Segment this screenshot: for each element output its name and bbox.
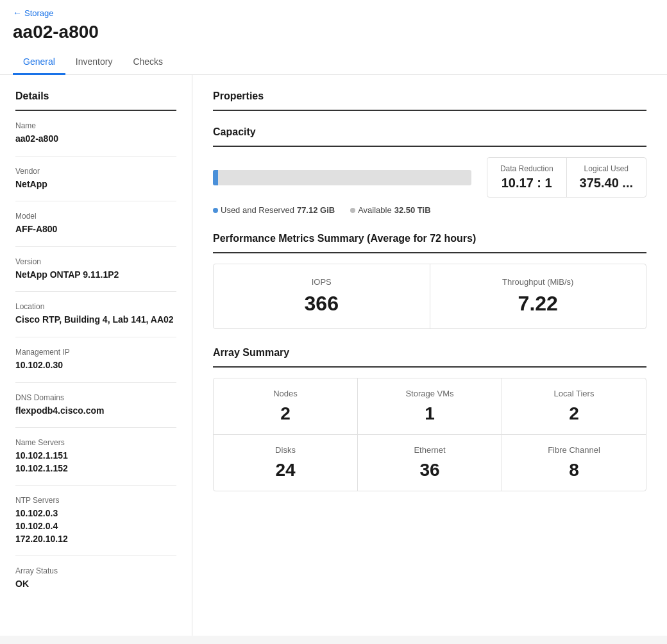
detail-dns-value: flexpodb4.cisco.com	[15, 405, 176, 418]
detail-vendor: Vendor NetApp	[15, 167, 176, 202]
capacity-bar-fill	[213, 170, 218, 185]
fibre-channel-cell: Fibre Channel 8	[502, 435, 646, 491]
capacity-bar-container: Data Reduction 10.17 : 1 Logical Used 37…	[213, 157, 646, 215]
iops-label: IOPS	[234, 277, 409, 287]
detail-ntp-servers-value: 10.102.0.3 10.102.0.4 172.20.10.12	[15, 507, 176, 545]
disks-cell: Disks 24	[214, 435, 358, 491]
detail-vendor-value: NetApp	[15, 178, 176, 191]
detail-version: Version NetApp ONTAP 9.11.1P2	[15, 257, 176, 292]
detail-location: Location Cisco RTP, Building 4, Lab 141,…	[15, 302, 176, 337]
detail-mgmt-ip: Management IP 10.102.0.30	[15, 348, 176, 383]
properties-title: Properties	[213, 90, 646, 111]
capacity-title: Capacity	[213, 126, 646, 147]
main-content: Details Name aa02-a800 Vendor NetApp Mod…	[0, 75, 667, 636]
used-legend-item: Used and Reserved 77.12 GiB	[213, 205, 335, 215]
throughput-metric: Throughput (MiB/s) 7.22	[430, 264, 646, 328]
detail-ntp-servers-label: NTP Servers	[15, 496, 176, 505]
detail-name-servers: Name Servers 10.102.1.151 10.102.1.152	[15, 438, 176, 486]
detail-mgmt-ip-label: Management IP	[15, 348, 176, 357]
disks-label: Disks	[229, 445, 342, 455]
used-label: Used and Reserved	[221, 205, 294, 215]
logical-used-value: 375.40 ...	[580, 176, 633, 191]
summary-grid: Nodes 2 Storage VMs 1 Local Tiers 2 Disk…	[213, 378, 646, 491]
detail-location-value: Cisco RTP, Building 4, Lab 141, AA02	[15, 314, 176, 326]
used-dot	[213, 208, 218, 213]
detail-dns-label: DNS Domains	[15, 393, 176, 402]
used-value: 77.12 GiB	[297, 205, 335, 215]
detail-array-status-label: Array Status	[15, 566, 176, 575]
logical-used-label: Logical Used	[580, 164, 633, 173]
details-title: Details	[15, 90, 176, 111]
available-value: 32.50 TiB	[394, 205, 431, 215]
capacity-bar	[213, 170, 471, 185]
tab-general[interactable]: General	[13, 50, 65, 75]
detail-model: Model AFF-A800	[15, 212, 176, 247]
detail-vendor-label: Vendor	[15, 167, 176, 176]
fibre-channel-value: 8	[518, 460, 630, 480]
throughput-value: 7.22	[451, 292, 626, 316]
local-tiers-value: 2	[518, 403, 630, 424]
local-tiers-cell: Local Tiers 2	[502, 378, 646, 434]
available-label: Available	[358, 205, 392, 215]
detail-mgmt-ip-value: 10.102.0.30	[15, 359, 176, 372]
detail-dns: DNS Domains flexpodb4.cisco.com	[15, 393, 176, 428]
perf-title: Performance Metrics Summary (Average for…	[213, 233, 646, 253]
available-legend-item: Available 32.50 TiB	[350, 205, 430, 215]
tabs: General Inventory Checks	[13, 50, 654, 74]
disks-value: 24	[229, 460, 342, 480]
data-reduction-label: Data Reduction	[500, 164, 553, 173]
nodes-label: Nodes	[229, 389, 342, 398]
summary-row-1: Nodes 2 Storage VMs 1 Local Tiers 2	[214, 378, 646, 435]
capacity-legend: Used and Reserved 77.12 GiB Available 32…	[213, 205, 646, 215]
iops-metric: IOPS 366	[214, 264, 430, 328]
detail-name-servers-value: 10.102.1.151 10.102.1.152	[15, 450, 176, 475]
detail-array-status: Array Status OK	[15, 566, 176, 601]
tab-checks[interactable]: Checks	[122, 50, 173, 75]
tab-inventory[interactable]: Inventory	[65, 50, 123, 75]
back-link[interactable]: Storage	[13, 8, 654, 18]
detail-location-label: Location	[15, 302, 176, 311]
ethernet-label: Ethernet	[373, 445, 486, 455]
detail-model-label: Model	[15, 212, 176, 221]
storage-vms-label: Storage VMs	[373, 389, 486, 398]
data-reduction-value: 10.17 : 1	[500, 176, 553, 191]
detail-name-servers-label: Name Servers	[15, 438, 176, 447]
throughput-label: Throughput (MiB/s)	[451, 277, 626, 287]
detail-version-value: NetApp ONTAP 9.11.1P2	[15, 269, 176, 282]
detail-name-label: Name	[15, 121, 176, 130]
summary-row-2: Disks 24 Ethernet 36 Fibre Channel 8	[214, 435, 646, 491]
page-title: aa02-a800	[13, 22, 654, 42]
ethernet-cell: Ethernet 36	[358, 435, 502, 491]
ethernet-value: 36	[373, 460, 486, 480]
iops-value: 366	[234, 292, 409, 316]
fibre-channel-label: Fibre Channel	[518, 445, 630, 455]
perf-metrics: IOPS 366 Throughput (MiB/s) 7.22	[213, 264, 646, 329]
storage-vms-value: 1	[373, 403, 486, 424]
detail-version-label: Version	[15, 257, 176, 266]
nodes-cell: Nodes 2	[214, 378, 358, 434]
nodes-value: 2	[229, 403, 342, 424]
left-panel: Details Name aa02-a800 Vendor NetApp Mod…	[0, 75, 192, 636]
storage-vms-cell: Storage VMs 1	[358, 378, 502, 434]
detail-array-status-value: OK	[15, 578, 176, 591]
available-dot	[350, 208, 355, 213]
top-header: Storage aa02-a800 General Inventory Chec…	[0, 0, 667, 75]
detail-model-value: AFF-A800	[15, 223, 176, 236]
detail-name-value: aa02-a800	[15, 133, 176, 146]
detail-ntp-servers: NTP Servers 10.102.0.3 10.102.0.4 172.20…	[15, 496, 176, 556]
right-panel: Properties Capacity Data Reduction 10.17…	[192, 75, 667, 636]
array-summary-title: Array Summary	[213, 347, 646, 368]
detail-name: Name aa02-a800	[15, 121, 176, 157]
local-tiers-label: Local Tiers	[518, 389, 630, 398]
